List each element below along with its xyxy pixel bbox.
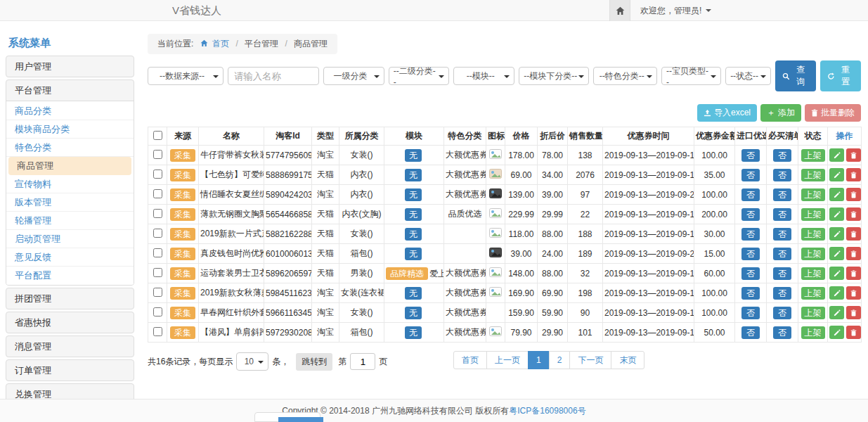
sidebar-subitem[interactable]: 特色分类 (6, 139, 134, 157)
import-select-toggle[interactable]: 否 (741, 248, 760, 260)
import-select-toggle[interactable]: 否 (741, 326, 760, 339)
status-toggle[interactable]: 上架 (801, 149, 825, 162)
pager-button[interactable]: 首页 (453, 351, 487, 369)
row-checkbox[interactable] (153, 248, 162, 257)
status-toggle[interactable]: 上架 (801, 169, 825, 181)
edit-button[interactable] (829, 148, 844, 162)
edit-button[interactable] (829, 168, 844, 181)
sidebar-subitem[interactable]: 平台配置 (6, 267, 134, 284)
edit-button[interactable] (829, 306, 844, 319)
sidebar-subitem[interactable]: 宣传物料 (6, 175, 134, 193)
must-buy-toggle[interactable]: 否 (773, 149, 791, 162)
row-checkbox[interactable] (153, 189, 162, 198)
sidebar-group-label[interactable]: 平台管理 (6, 80, 134, 101)
delete-button[interactable] (846, 247, 861, 260)
must-buy-toggle[interactable]: 否 (773, 267, 791, 280)
reset-button[interactable]: 重置 (820, 60, 861, 91)
add-button[interactable]: ＋ 添加 (760, 104, 801, 122)
sidebar-group-label[interactable]: 用户管理 (6, 56, 134, 77)
import-select-toggle[interactable]: 否 (741, 188, 760, 201)
sidebar-subitem[interactable]: 版本管理 (6, 193, 134, 212)
icp-link[interactable]: 粤ICP备16098006号 (509, 405, 585, 417)
row-checkbox[interactable] (153, 229, 162, 238)
status-toggle[interactable]: 上架 (801, 228, 825, 241)
status-toggle[interactable]: 上架 (801, 248, 825, 260)
row-checkbox[interactable] (153, 327, 162, 336)
row-checkbox[interactable] (153, 268, 162, 277)
must-buy-toggle[interactable]: 否 (773, 326, 791, 339)
sidebar-group-label[interactable]: 拼团管理 (6, 288, 134, 309)
import-select-toggle[interactable]: 否 (741, 287, 760, 300)
status-toggle[interactable]: 上架 (801, 307, 825, 319)
delete-button[interactable] (846, 286, 861, 300)
row-checkbox[interactable] (153, 209, 162, 218)
sidebar-subitem[interactable]: 商品分类 (6, 102, 134, 120)
breadcrumb-home-link[interactable]: 首页 (212, 39, 229, 49)
per-page-select[interactable]: 10 (236, 352, 268, 371)
sidebar-group-label[interactable]: 省惠快报 (6, 312, 134, 333)
status-toggle[interactable]: 上架 (801, 326, 825, 339)
sidebar-group-label[interactable]: 订单管理 (6, 360, 134, 381)
edit-button[interactable] (829, 247, 844, 260)
status-toggle[interactable]: 上架 (801, 267, 825, 280)
filter-feature-category-select[interactable]: --特色分类-- (593, 67, 657, 85)
search-button[interactable]: 查询 (775, 60, 816, 91)
sidebar-subitem[interactable]: 商品管理 (8, 157, 131, 175)
delete-button[interactable] (846, 207, 861, 221)
edit-button[interactable] (829, 286, 844, 300)
must-buy-toggle[interactable]: 否 (773, 248, 791, 260)
page-number-input[interactable] (350, 353, 375, 370)
user-menu[interactable]: 欢迎您，管理员! (640, 5, 711, 17)
must-buy-toggle[interactable]: 否 (773, 208, 791, 221)
filter-module-subcategory-select[interactable]: --模块下分类-- (519, 67, 589, 85)
edit-button[interactable] (829, 326, 844, 339)
pager-button[interactable]: 上一页 (486, 351, 529, 369)
must-buy-toggle[interactable]: 否 (773, 188, 791, 201)
sidebar-subitem[interactable]: 模块商品分类 (6, 120, 134, 139)
status-toggle[interactable]: 上架 (801, 208, 825, 221)
delete-button[interactable] (846, 168, 861, 181)
pager-button[interactable]: 2 (549, 351, 571, 369)
must-buy-toggle[interactable]: 否 (773, 228, 791, 241)
delete-button[interactable] (846, 188, 861, 201)
sidebar-subitem[interactable]: 意见反馈 (6, 248, 134, 267)
filter-status-select[interactable]: --状态-- (725, 67, 771, 85)
name-search-input[interactable] (228, 67, 319, 85)
edit-button[interactable] (829, 188, 844, 201)
import-select-toggle[interactable]: 否 (741, 228, 760, 241)
edit-button[interactable] (829, 207, 844, 221)
import-select-toggle[interactable]: 否 (741, 169, 760, 181)
must-buy-toggle[interactable]: 否 (773, 287, 791, 300)
filter-module-select[interactable]: --模块-- (453, 67, 514, 85)
delete-button[interactable] (846, 227, 861, 241)
delete-button[interactable] (846, 306, 861, 319)
import-excel-button[interactable]: 导入excel (697, 104, 757, 122)
jump-button[interactable]: 跳转到 (296, 353, 332, 371)
delete-button[interactable] (846, 267, 861, 280)
edit-button[interactable] (829, 267, 844, 280)
filter-item-type-select[interactable]: --宝贝类型-- (661, 67, 721, 85)
delete-button[interactable] (846, 148, 861, 162)
pager-button[interactable]: 1 (528, 351, 550, 369)
edit-button[interactable] (829, 227, 844, 241)
sidebar-group-label[interactable]: 消息管理 (6, 336, 134, 357)
status-toggle[interactable]: 上架 (801, 287, 825, 300)
import-select-toggle[interactable]: 否 (741, 267, 760, 280)
select-all-checkbox[interactable] (153, 131, 162, 140)
import-select-toggle[interactable]: 否 (741, 307, 760, 319)
pager-button[interactable]: 下一页 (569, 351, 611, 369)
row-checkbox[interactable] (153, 170, 162, 179)
batch-delete-button[interactable]: 批量删除 (805, 104, 861, 122)
status-toggle[interactable]: 上架 (801, 188, 825, 201)
import-select-toggle[interactable]: 否 (741, 149, 760, 162)
must-buy-toggle[interactable]: 否 (773, 169, 791, 181)
row-checkbox[interactable] (153, 150, 162, 159)
import-select-toggle[interactable]: 否 (741, 208, 760, 221)
delete-button[interactable] (846, 326, 861, 339)
filter-data-source-select[interactable]: --数据来源-- (148, 67, 224, 85)
row-checkbox[interactable] (153, 288, 162, 297)
home-button[interactable] (609, 0, 630, 21)
row-checkbox[interactable] (153, 307, 162, 316)
sidebar-subitem[interactable]: 启动页管理 (6, 230, 134, 248)
filter-level1-category-select[interactable]: 一级分类 (323, 67, 384, 85)
